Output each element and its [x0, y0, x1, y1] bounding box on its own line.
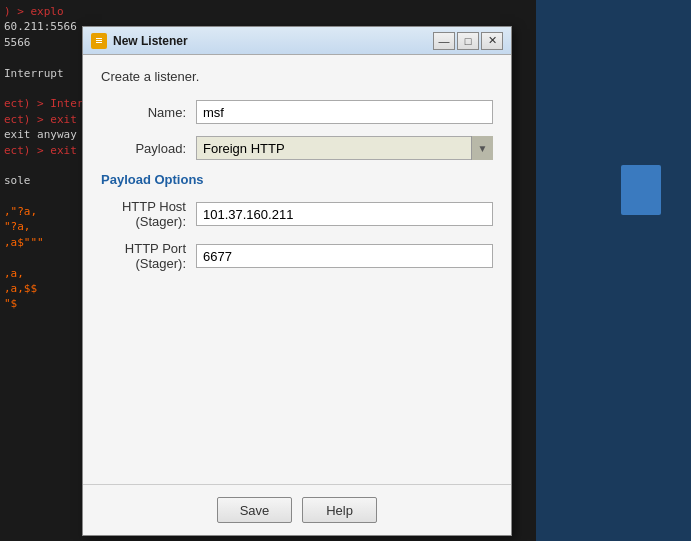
dialog-icon: [91, 33, 107, 49]
terminal-line: Interrupt: [4, 66, 78, 81]
terminal-line: [4, 189, 78, 204]
close-button[interactable]: ✕: [481, 32, 503, 50]
terminal-line: ect) > exit: [4, 112, 78, 127]
payload-select-wrapper: Foreign HTTP Reverse TCP Reverse HTTP Bi…: [196, 136, 493, 160]
dialog-title: New Listener: [113, 34, 433, 48]
right-panel: [536, 0, 691, 541]
name-input[interactable]: [196, 100, 493, 124]
terminal-line: ect) > Inter: [4, 96, 78, 111]
terminal-line: [4, 50, 78, 65]
terminal-line: sole: [4, 173, 78, 188]
blue-icon: [621, 165, 661, 215]
new-listener-dialog: New Listener — □ ✕ Create a listener. Na…: [82, 26, 512, 536]
dialog-subtitle: Create a listener.: [101, 69, 493, 84]
http-host-row: HTTP Host (Stager):: [101, 199, 493, 229]
payload-label: Payload:: [101, 141, 196, 156]
payload-row: Payload: Foreign HTTP Reverse TCP Revers…: [101, 136, 493, 160]
svg-rect-2: [96, 42, 102, 43]
http-port-input[interactable]: [196, 244, 493, 268]
terminal-line: ) > explo: [4, 4, 78, 19]
terminal-line: "?a,: [4, 219, 78, 234]
name-row: Name:: [101, 100, 493, 124]
help-button[interactable]: Help: [302, 497, 377, 523]
terminal-line: [4, 158, 78, 173]
http-host-input[interactable]: [196, 202, 493, 226]
svg-rect-3: [96, 38, 102, 39]
payload-select[interactable]: Foreign HTTP Reverse TCP Reverse HTTP Bi…: [196, 136, 493, 160]
maximize-button[interactable]: □: [457, 32, 479, 50]
http-port-row: HTTP Port (Stager):: [101, 241, 493, 271]
http-port-label: HTTP Port (Stager):: [101, 241, 196, 271]
terminal-line: [4, 81, 78, 96]
dialog-title-bar: New Listener — □ ✕: [83, 27, 511, 55]
payload-options-title: Payload Options: [101, 172, 493, 187]
minimize-button[interactable]: —: [433, 32, 455, 50]
terminal-line: [4, 250, 78, 265]
terminal-line: ect) > exit: [4, 143, 78, 158]
title-bar-buttons: — □ ✕: [433, 32, 503, 50]
http-host-label: HTTP Host (Stager):: [101, 199, 196, 229]
button-row: Save Help: [83, 484, 511, 535]
terminal-line: 5566: [4, 35, 78, 50]
terminal-line: ,"?a,: [4, 204, 78, 219]
svg-rect-1: [96, 40, 102, 41]
save-button[interactable]: Save: [217, 497, 292, 523]
terminal-line: ,a,: [4, 266, 78, 281]
terminal-line: 60.211:5566: [4, 19, 78, 34]
name-label: Name:: [101, 105, 196, 120]
terminal-line: ,a$""": [4, 235, 78, 250]
dialog-body: Create a listener. Name: Payload: Foreig…: [83, 55, 511, 535]
terminal-exit-anyway: exit anyway: [4, 127, 78, 142]
terminal-line: ,a,$$: [4, 281, 78, 296]
terminal-panel: ) > explo 60.211:5566 5566 Interrupt ect…: [0, 0, 82, 541]
terminal-line: "$: [4, 296, 78, 311]
